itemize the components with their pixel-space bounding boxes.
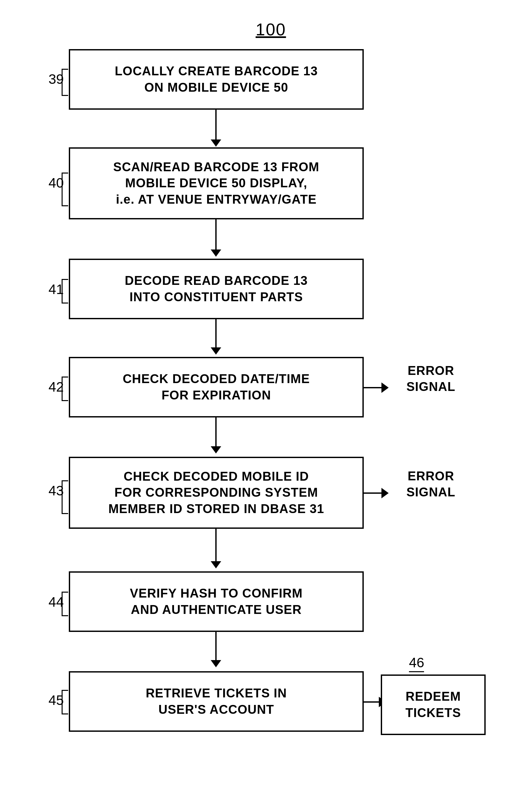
arrow-1 [215, 110, 217, 141]
arrow-2 [215, 219, 217, 251]
box-step-41: DECODE READ BARCODE 13 INTO CONSTITUENT … [69, 259, 364, 319]
box-step-39: LOCALLY CREATE BARCODE 13 ON MOBILE DEVI… [69, 49, 364, 110]
error-43-text: ERROR SIGNAL [406, 469, 455, 499]
redeem-tickets-text: REDEEM TICKETS [405, 688, 461, 721]
flowchart-diagram: 100 39 LOCALLY CREATE BARCODE 13 ON MOBI… [0, 0, 523, 812]
box-step-40: SCAN/READ BARCODE 13 FROM MOBILE DEVICE … [69, 147, 364, 219]
box-step-43: CHECK DECODED MOBILE ID FOR CORRESPONDIN… [69, 457, 364, 529]
error-42-text: ERROR SIGNAL [406, 364, 455, 394]
box-step-45: RETRIEVE TICKETS IN USER'S ACCOUNT [69, 671, 364, 732]
error-signal-42: ERROR SIGNAL [385, 363, 477, 395]
arrow-redeem [364, 701, 380, 703]
box-39-text: LOCALLY CREATE BARCODE 13 ON MOBILE DEVI… [115, 63, 318, 96]
error-signal-43: ERROR SIGNAL [385, 468, 477, 501]
box-42-text: CHECK DECODED DATE/TIME FOR EXPIRATION [123, 371, 310, 403]
arrow-error-43 [364, 492, 383, 494]
arrow-5 [215, 529, 217, 563]
arrow-error-42 [364, 387, 383, 388]
box-redeem-tickets: REDEEM TICKETS [381, 675, 486, 735]
box-41-text: DECODE READ BARCODE 13 INTO CONSTITUENT … [125, 273, 308, 305]
box-step-44: VERIFY HASH TO CONFIRM AND AUTHENTICATE … [69, 571, 364, 632]
box-45-text: RETRIEVE TICKETS IN USER'S ACCOUNT [146, 685, 287, 718]
arrow-4 [215, 417, 217, 448]
arrow-3 [215, 319, 217, 349]
box-43-text: CHECK DECODED MOBILE ID FOR CORRESPONDIN… [108, 469, 324, 517]
figure-number: 100 [256, 20, 286, 39]
box-44-text: VERIFY HASH TO CONFIRM AND AUTHENTICATE … [130, 585, 303, 618]
step-label-46: 46 [409, 655, 425, 671]
box-40-text: SCAN/READ BARCODE 13 FROM MOBILE DEVICE … [113, 159, 320, 208]
box-step-42: CHECK DECODED DATE/TIME FOR EXPIRATION [69, 357, 364, 417]
arrow-6 [215, 632, 217, 661]
